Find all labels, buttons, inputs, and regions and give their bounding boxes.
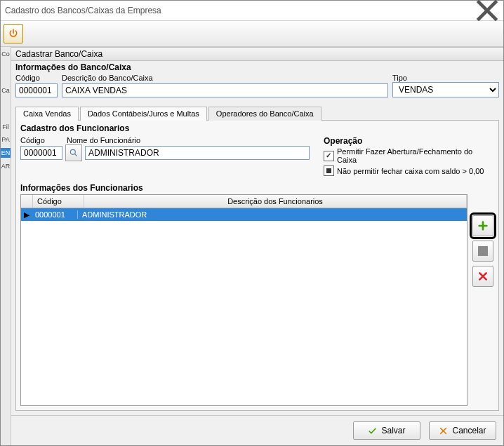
search-icon (69, 148, 79, 158)
tabs: Caixa Vendas Dados Contábeis/Juros e Mul… (15, 106, 499, 121)
operacao-title: Operação (324, 136, 494, 146)
label-func-nome: Nome do Funcionário (67, 136, 249, 144)
close-button[interactable] (475, 4, 499, 18)
dialog-buttons: Salvar Cancelar (11, 415, 503, 445)
plus-icon (477, 220, 489, 231)
close-icon (475, 0, 499, 22)
tab-caixa-vendas[interactable]: Caixa Vendas (15, 107, 79, 121)
lookup-button[interactable] (65, 144, 82, 161)
strip-label: AR (1, 162, 11, 170)
checkbox-label: Não permitir fechar caixa com saldo > 0,… (337, 167, 484, 175)
grid-title: Informações dos Funcionarios (16, 180, 498, 194)
label-tipo: Tipo (392, 74, 499, 82)
func-nome-input[interactable] (85, 146, 310, 160)
left-vertical-strip: Co Ca Fil PA EN AR (1, 47, 11, 445)
cancel-button[interactable]: Cancelar (429, 421, 496, 440)
cadastro-title: Cadastro dos Funcionarios (16, 121, 498, 135)
cancel-label: Cancelar (452, 426, 486, 435)
func-codigo-input[interactable] (20, 146, 62, 160)
disabled-icon (478, 246, 488, 256)
label-func-codigo: Código (20, 136, 62, 144)
label-descricao: Descrição do Banco/Caixa (62, 74, 388, 82)
operacao-group: Operação Permitir Fazer Abertura/Fechame… (324, 136, 494, 176)
checkbox-permitir[interactable]: Permitir Fazer Abertura/Fechamento do Ca… (324, 147, 494, 164)
grid-disabled-button (472, 241, 493, 262)
bank-register-window: { "window": { "title": "Cadastro dos Ban… (0, 0, 504, 446)
row-indicator-icon: ▶ (21, 210, 32, 219)
descricao-input[interactable] (62, 83, 388, 97)
codigo-input[interactable] (15, 83, 58, 97)
square-icon (324, 165, 334, 176)
check-icon (368, 426, 377, 435)
power-icon (8, 28, 19, 39)
tipo-select[interactable]: VENDAS (392, 82, 499, 97)
col-descricao: Descrição dos Funcionarios (84, 195, 467, 208)
toolbar (1, 21, 503, 47)
tab-panel-operadores: Cadastro dos Funcionarios Código Nome do… (15, 121, 499, 411)
strip-label: Ca (1, 86, 11, 95)
table-row[interactable]: ▶ 0000001 ADMINISTRADOR (21, 208, 467, 221)
add-row-button[interactable] (472, 215, 493, 236)
strip-label: Co (1, 50, 11, 58)
x-icon (477, 271, 489, 282)
group-title-bankinfo: Informações do Banco/Caixa (11, 61, 503, 74)
tab-dados-contabeis[interactable]: Dados Contábeis/Juros e Multas (80, 107, 207, 121)
save-label: Salvar (381, 426, 405, 435)
strip-label: Fil (1, 123, 11, 131)
svg-point-0 (70, 149, 75, 154)
power-button[interactable] (4, 24, 23, 43)
strip-label-highlight: EN (1, 148, 11, 158)
tab-operadores[interactable]: Operadores do Banco/Caixa (208, 107, 321, 121)
save-button[interactable]: Salvar (353, 421, 420, 440)
checkbox-label: Permitir Fazer Abertura/Fechamento do Ca… (337, 147, 494, 164)
funcionarios-grid[interactable]: Código Descrição dos Funcionarios ▶ 0000… (20, 194, 467, 406)
titlebar: Cadastro dos Bancos/Caixas da Empresa (1, 1, 503, 21)
grid-header: Código Descrição dos Funcionarios (21, 195, 467, 208)
cell-codigo: 0000001 (32, 210, 78, 219)
delete-row-button[interactable] (472, 266, 493, 287)
cell-descricao: ADMINISTRADOR (78, 210, 467, 219)
check-icon (324, 151, 334, 161)
col-codigo: Código (33, 195, 84, 208)
section-bar-register: Cadastrar Banco/Caixa (11, 47, 503, 61)
grid-body: ▶ 0000001 ADMINISTRADOR (21, 208, 467, 405)
grid-side-buttons (472, 194, 494, 406)
label-codigo: Código (15, 74, 58, 82)
cancel-icon (439, 426, 448, 435)
strip-label: PA (1, 135, 11, 144)
checkbox-nao-permitir[interactable]: Não permitir fechar caixa com saldo > 0,… (324, 165, 494, 176)
window-title: Cadastro dos Bancos/Caixas da Empresa (5, 6, 161, 15)
